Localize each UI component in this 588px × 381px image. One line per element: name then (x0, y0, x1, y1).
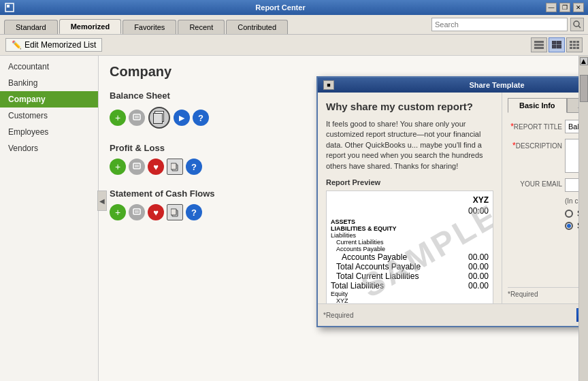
edit-report-icon[interactable] (129, 110, 145, 126)
close-button[interactable]: ✕ (573, 3, 584, 12)
share-icon[interactable]: ▶ (174, 110, 190, 126)
email-row: YOUR EMAIL (508, 178, 578, 192)
svg-rect-11 (570, 41, 572, 43)
edit-pl-icon[interactable] (129, 159, 145, 175)
report-preview-label: Report Preview (326, 178, 493, 186)
view-toggle (531, 37, 583, 52)
add-pl-icon[interactable]: + (110, 159, 126, 175)
required-note: *Required (508, 287, 578, 298)
svg-rect-28 (133, 209, 140, 214)
sidebar-item-accountant[interactable]: Accountant (0, 59, 98, 75)
edit-memorized-label: Edit Memorized List (24, 40, 96, 50)
favorite-cf-icon[interactable]: ♥ (148, 204, 164, 220)
required-footer-note: *Required (323, 312, 353, 319)
main-window: Standard Memorized Favorites Recent Cont… (0, 15, 588, 381)
svg-rect-19 (576, 47, 579, 49)
search-button[interactable] (570, 18, 584, 31)
scroll-thumb[interactable] (580, 75, 588, 102)
tab-contributed[interactable]: Contributed (226, 20, 288, 34)
copy-cf-icon[interactable] (167, 204, 183, 220)
report-title-input[interactable] (565, 120, 578, 133)
title-bar: Report Center — ❐ ✕ (0, 0, 588, 15)
svg-rect-5 (534, 44, 544, 46)
sidebar-item-customers[interactable]: Customers (0, 107, 98, 124)
copy-pl-icon[interactable] (167, 159, 183, 175)
dialog-title-bar: ■ Share Template (318, 78, 578, 93)
sidebar-item-vendors[interactable]: Vendors (0, 140, 98, 156)
tab-basic-info[interactable]: Basic Info (508, 98, 567, 113)
preview-row-current-liabilities: Current Liabilities (331, 239, 489, 246)
svg-rect-15 (573, 44, 576, 46)
dialog-body: Why share my custom report? It feels goo… (318, 93, 578, 303)
preview-row-total-ap: Total Accounts Payable00.00 (331, 262, 489, 271)
sidebar-item-employees[interactable]: Employees (0, 124, 98, 140)
preview-row-total-current: Total Current Liabilities00.00 (331, 271, 489, 281)
svg-rect-14 (570, 44, 572, 46)
search-area (431, 18, 584, 34)
share-anon-radio[interactable] (565, 222, 573, 230)
tab-memorized[interactable]: Memorized (59, 19, 121, 34)
help-icon[interactable]: ? (193, 110, 209, 126)
share-name-radio[interactable] (565, 210, 573, 218)
help-cf-icon[interactable]: ? (186, 204, 202, 220)
tab-standard[interactable]: Standard (4, 20, 58, 34)
share-options: Share using your name Share anonymously (565, 209, 578, 233)
tab-bar: Standard Memorized Favorites Recent Cont… (4, 18, 288, 34)
grid-view-button[interactable] (566, 37, 583, 52)
sidebar: Accountant Banking Company Customers Emp… (0, 56, 99, 381)
share-name-label: Share using your name (577, 209, 578, 218)
sidebar-item-company[interactable]: Company (0, 91, 98, 107)
list-view-button[interactable] (531, 37, 547, 52)
share-anon-label: Share anonymously (577, 221, 578, 231)
svg-rect-7 (552, 41, 556, 44)
window-title: Report Center (15, 3, 546, 12)
tab-favorites[interactable]: Favorites (122, 20, 176, 34)
svg-line-3 (578, 26, 581, 28)
add-cf-icon[interactable]: + (110, 204, 126, 220)
toolbar: ✏️ Edit Memorized List (0, 35, 588, 56)
svg-rect-12 (573, 41, 576, 43)
dialog-description: It feels good to share! You share only y… (326, 119, 493, 171)
tab-recent[interactable]: Recent (178, 20, 225, 34)
dialog-title: Share Template (469, 81, 524, 89)
tab-additional-rep[interactable]: Additional Rep... (567, 98, 578, 113)
svg-rect-32 (171, 209, 176, 215)
svg-rect-10 (557, 45, 561, 48)
svg-rect-17 (570, 47, 572, 49)
sidebar-item-banking[interactable]: Banking (0, 75, 98, 91)
svg-rect-6 (534, 47, 544, 49)
svg-rect-4 (534, 41, 544, 43)
description-row: *DESCRIPTION (508, 139, 578, 173)
dialog-right-panel: Basic Info Additional Rep... *REPORT TIT… (502, 93, 578, 303)
restore-button[interactable]: ❐ (559, 3, 570, 12)
help-pl-icon[interactable]: ? (186, 159, 202, 175)
scroll-up-button[interactable]: ▲ (580, 57, 588, 65)
edit-memorized-button[interactable]: ✏️ Edit Memorized List (5, 38, 102, 52)
svg-rect-27 (171, 163, 176, 169)
description-input[interactable] (565, 139, 578, 173)
favorite-pl-icon[interactable]: ♥ (148, 159, 164, 175)
svg-rect-8 (557, 41, 561, 44)
copy-highlighted-container (148, 106, 171, 129)
email-input[interactable] (565, 178, 578, 192)
preview-amount-header: 00:00 (468, 206, 489, 216)
share-name-option[interactable]: Share using your name (565, 209, 578, 218)
main-content-area: Company Balance Sheet + (99, 56, 578, 381)
collapse-sidebar-button[interactable]: ◀ (97, 190, 107, 211)
dialog-close-icon[interactable]: ■ (323, 80, 334, 90)
scrollbar[interactable]: ▲ (578, 56, 588, 381)
copy-icon[interactable] (153, 111, 165, 125)
report-title-row: *REPORT TITLE (508, 120, 578, 133)
minimize-button[interactable]: — (546, 3, 557, 12)
window-controls: — ❐ ✕ (546, 3, 584, 12)
detail-view-button[interactable] (549, 37, 565, 52)
add-report-icon[interactable]: + (110, 110, 126, 126)
edit-cf-icon[interactable] (129, 204, 145, 220)
search-input[interactable] (431, 18, 568, 31)
share-button[interactable]: Share (576, 308, 578, 322)
email-note: (In case we have a question) (565, 197, 578, 205)
preview-row-accounts-payable-val: Accounts Payable00.00 (331, 252, 489, 262)
preview-row-xyz: XYZ (331, 297, 489, 303)
share-anon-option[interactable]: Share anonymously (565, 221, 578, 231)
content-area: Accountant Banking Company Customers Emp… (0, 56, 588, 381)
